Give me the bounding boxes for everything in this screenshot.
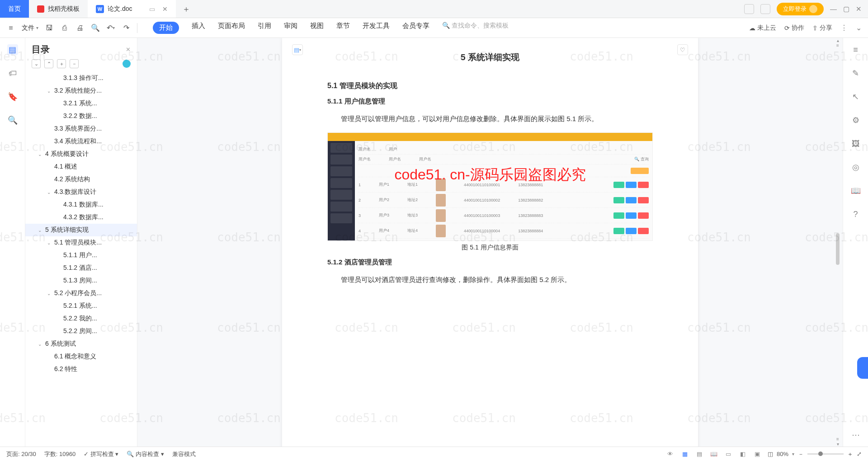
spell-check[interactable]: ✓ 拼写检查 ▾	[84, 450, 118, 458]
outline-item[interactable]: 6.2 特性	[25, 363, 137, 376]
menu-insert[interactable]: 插入	[192, 22, 205, 34]
outline-item[interactable]: 5.2.1 系统...	[25, 300, 137, 312]
cursor-icon[interactable]: ↖	[850, 91, 861, 102]
document-canvas[interactable]: ▤▾ ♡ 5 系统详细实现 5.1 管理员模块的实现 5.1.1 用户信息管理 …	[137, 38, 843, 447]
outline-item[interactable]: 5.2.2 我的...	[25, 312, 137, 325]
knowledge-icon[interactable]: ◎	[850, 162, 861, 173]
share-button[interactable]: ⇪ 分享	[812, 24, 832, 32]
outline-item[interactable]: 6.1 概念和意义	[25, 350, 137, 363]
compat-mode[interactable]: 兼容模式	[172, 450, 196, 458]
redo-icon[interactable]: ↷	[122, 24, 131, 33]
collapse-ribbon-icon[interactable]: ⌄	[856, 24, 862, 32]
outline-view-icon[interactable]: ▤	[695, 450, 703, 458]
outline-item[interactable]: ⌄3.2 系统性能分...	[25, 85, 137, 97]
content-check[interactable]: 🔍 内容检查 ▾	[127, 450, 164, 458]
doc-sidebtn-right[interactable]: ♡	[677, 44, 688, 55]
outline-item[interactable]: 5.1.3 房间...	[25, 274, 137, 287]
file-menu[interactable]: 文件▾	[22, 24, 38, 32]
page-down-icon[interactable]: ≡	[836, 437, 839, 442]
more-icon[interactable]: ⋮	[840, 24, 848, 32]
zoom-control[interactable]: ◫ 80%▾ － ＋ ⤢	[768, 450, 862, 458]
zoom-fit-icon[interactable]: ◫	[768, 451, 773, 457]
more-tools-icon[interactable]: ⋯	[850, 429, 861, 440]
outline-item[interactable]: 3.4 系统流程和...	[25, 135, 137, 148]
outline-item[interactable]: 5.2.2 房间...	[25, 325, 137, 338]
minimize-icon[interactable]: ―	[830, 5, 837, 13]
zoom-in-icon[interactable]: ＋	[847, 450, 853, 458]
login-button[interactable]: 立即登录	[777, 3, 824, 15]
adjust-icon[interactable]: ⚙	[850, 115, 861, 126]
tab-dao-template[interactable]: 找稻壳模板	[29, 0, 88, 18]
save-icon[interactable]: 🖫	[45, 24, 54, 33]
page-up-icon[interactable]: ≡	[836, 43, 839, 48]
menu-member[interactable]: 会员专享	[402, 22, 429, 34]
grid-apps-icon[interactable]	[760, 4, 770, 14]
outline-collapse-all-icon[interactable]: ⌄	[32, 59, 41, 68]
vertical-scrollbar[interactable]: ▴ ≡ ≡ ▾	[835, 38, 841, 447]
undo-icon[interactable]: ↶▾	[106, 24, 115, 33]
zoom-best-icon[interactable]: ⤢	[857, 451, 862, 457]
cloud-status[interactable]: ☁ 未上云	[749, 24, 776, 32]
search-icon[interactable]: 🔍	[7, 115, 18, 126]
outline-item[interactable]: ⌄5 系统详细实现	[25, 224, 137, 236]
layout-icon[interactable]	[744, 4, 754, 14]
web-view-icon[interactable]: ▭	[724, 450, 732, 458]
outline-item[interactable]: 4.3.1 数据库...	[25, 198, 137, 211]
hamburger-icon[interactable]: ≡	[6, 24, 15, 33]
read-view-icon[interactable]: 📖	[710, 450, 718, 458]
outline-remove-icon[interactable]: －	[70, 59, 79, 68]
menu-layout[interactable]: 页面布局	[218, 22, 245, 34]
print-preview-icon[interactable]: 🔍	[91, 24, 100, 33]
collab-button[interactable]: ⟳ 协作	[784, 24, 804, 32]
settings-icon[interactable]: ≡	[850, 44, 861, 55]
new-tab-button[interactable]: ＋	[176, 0, 197, 18]
menu-chapter[interactable]: 章节	[336, 22, 350, 34]
outline-add-icon[interactable]: ＋	[57, 59, 66, 68]
scroll-up-icon[interactable]: ▴	[837, 38, 839, 43]
menu-view[interactable]: 视图	[310, 22, 324, 34]
bookmark-icon[interactable]: 🔖	[7, 91, 18, 102]
outline-icon[interactable]: ▤	[7, 44, 18, 55]
outline-item[interactable]: 4.3.2 数据库...	[25, 211, 137, 224]
word-count[interactable]: 字数: 10960	[44, 450, 75, 458]
page-view-icon[interactable]: ▦	[681, 450, 689, 458]
outline-item[interactable]: 4.2 系统结构	[25, 173, 137, 186]
outline-item[interactable]: 3.1.3 操作可...	[25, 72, 137, 85]
menu-devtools[interactable]: 开发工具	[363, 22, 390, 34]
outline-item[interactable]: 5.1.1 用户...	[25, 249, 137, 262]
search-command[interactable]: 🔍 查找命令、搜索模板	[442, 22, 509, 34]
outline-item[interactable]: ⌄6 系统测试	[25, 338, 137, 350]
outline-item[interactable]: 5.1.2 酒店...	[25, 262, 137, 274]
outline-item[interactable]: 4.1 概述	[25, 160, 137, 173]
outline-item[interactable]: ⌄4 系统概要设计	[25, 148, 137, 160]
outline-sync-icon[interactable]	[123, 60, 131, 68]
fullscreen-icon[interactable]: ▣	[753, 450, 761, 458]
window-toggle-icon[interactable]: ▭	[149, 5, 155, 13]
menu-start[interactable]: 开始	[153, 22, 179, 34]
print-icon[interactable]: 🖨	[75, 24, 85, 33]
outline-tree[interactable]: 3.1.3 操作可...⌄3.2 系统性能分...3.2.1 系统...3.2.…	[25, 72, 137, 447]
tab-home[interactable]: 首页	[0, 0, 29, 18]
edit-icon[interactable]: ✎	[850, 68, 861, 79]
outline-item[interactable]: 3.2.2 数据...	[25, 110, 137, 122]
read-icon[interactable]: 📖	[850, 185, 861, 196]
focus-view-icon[interactable]: ◧	[739, 450, 747, 458]
menu-reference[interactable]: 引用	[258, 22, 271, 34]
scroll-down-icon[interactable]: ▾	[837, 442, 839, 447]
help-icon[interactable]: ?	[850, 209, 861, 220]
tag-icon[interactable]: 🏷	[7, 68, 18, 79]
doc-sidebtn-left[interactable]: ▤▾	[292, 44, 303, 55]
zoom-value[interactable]: 80%	[777, 451, 788, 457]
menu-review[interactable]: 审阅	[284, 22, 297, 34]
outline-item[interactable]: ⌄5.2 小程序会员...	[25, 287, 137, 300]
side-flag-tab[interactable]	[857, 357, 868, 379]
close-icon[interactable]: ✕	[162, 5, 168, 13]
outline-item[interactable]: 3.3 系统界面分...	[25, 122, 137, 135]
scroll-thumb[interactable]	[836, 233, 840, 265]
zoom-out-icon[interactable]: －	[798, 450, 804, 458]
outline-item[interactable]: ⌄4.3.数据库设计	[25, 186, 137, 198]
eye-icon[interactable]: 👁	[666, 450, 675, 458]
outline-item[interactable]: 3.2.1 系统...	[25, 97, 137, 110]
maximize-icon[interactable]: ▢	[843, 5, 849, 13]
outline-expand-all-icon[interactable]: ⌃	[44, 59, 53, 68]
